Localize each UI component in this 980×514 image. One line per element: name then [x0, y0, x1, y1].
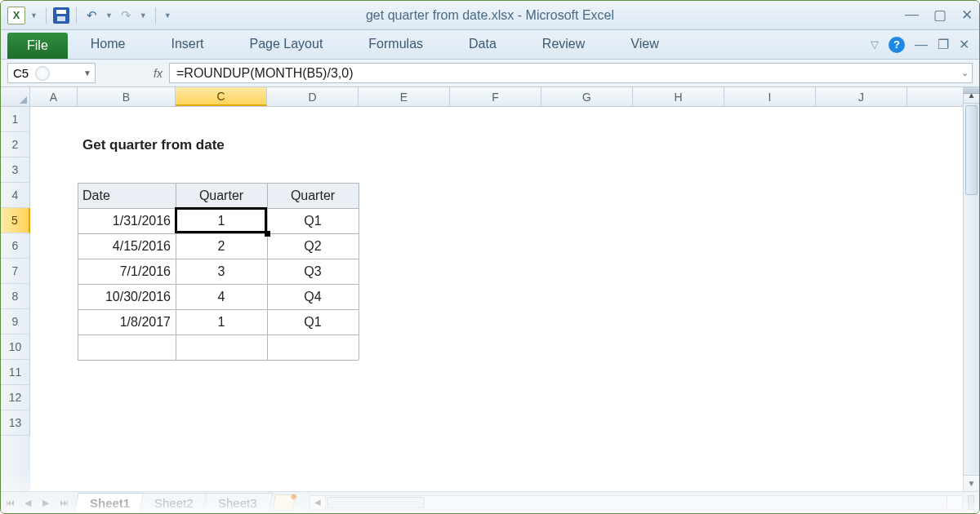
- column-header-D[interactable]: D: [267, 87, 359, 106]
- tab-insert[interactable]: Insert: [148, 30, 226, 59]
- column-header-H[interactable]: H: [633, 87, 724, 106]
- ribbon-minimize-icon[interactable]: ▽: [871, 38, 879, 51]
- sheet-tab-sheet2[interactable]: Sheet2: [139, 493, 210, 513]
- row-headers: 12345678910111213: [1, 107, 30, 491]
- table-header-quarter[interactable]: Quarter: [267, 183, 359, 208]
- row-header-9[interactable]: 9: [1, 309, 30, 335]
- worksheet-title[interactable]: Get quarter from date: [78, 132, 404, 157]
- file-tab[interactable]: File: [7, 33, 68, 59]
- column-headers: ABCDEFGHIJ: [1, 87, 979, 107]
- sheet-tab-bar: ⏮ ◀ ▶ ⏭ Sheet1Sheet2Sheet3 ◀ ▶: [1, 491, 979, 513]
- cell-quarter-text-5[interactable]: Q1: [267, 208, 359, 233]
- fx-icon[interactable]: fx: [154, 67, 163, 80]
- column-header-J[interactable]: J: [816, 87, 907, 106]
- column-header-E[interactable]: E: [359, 87, 450, 106]
- tab-nav-first-icon[interactable]: ⏮: [1, 494, 19, 512]
- cell-quarter-text-9[interactable]: Q1: [267, 309, 359, 335]
- row-header-2[interactable]: 2: [1, 132, 30, 157]
- workbook-restore-icon[interactable]: ❐: [938, 37, 949, 52]
- cell-date-9[interactable]: 1/8/2017: [78, 309, 176, 335]
- table-header-quarter[interactable]: Quarter: [176, 183, 267, 208]
- tab-nav-next-icon[interactable]: ▶: [37, 494, 55, 512]
- redo-icon[interactable]: ↷: [118, 8, 135, 23]
- tab-nav-last-icon[interactable]: ⏭: [55, 494, 73, 512]
- cell-quarter-text-6[interactable]: Q2: [267, 233, 359, 259]
- cell-quarter-8[interactable]: 4: [176, 284, 267, 309]
- sheet-tab-label: Sheet2: [154, 496, 194, 510]
- name-box-dropdown-icon[interactable]: ▼: [83, 69, 91, 78]
- cell-quarter-6[interactable]: 2: [176, 233, 267, 259]
- column-header-A[interactable]: A: [30, 87, 78, 106]
- undo-dropdown-icon[interactable]: ▼: [104, 11, 114, 20]
- row-header-13[interactable]: 13: [1, 410, 30, 436]
- qat-customize-icon[interactable]: ▼: [163, 11, 173, 20]
- vertical-scrollbar[interactable]: ▲ ▼: [963, 107, 979, 491]
- name-box-button[interactable]: [35, 66, 50, 81]
- minimize-icon[interactable]: ―: [905, 7, 919, 24]
- column-header-F[interactable]: F: [450, 87, 541, 106]
- quick-access-toolbar: X ▼ ↶▼ ↷▼ ▼: [7, 7, 173, 24]
- spreadsheet-grid: ABCDEFGHIJ 12345678910111213 Get quarter…: [1, 87, 979, 491]
- cell-quarter-5[interactable]: 1: [176, 208, 267, 233]
- cell-date-7[interactable]: 7/1/2016: [78, 259, 176, 284]
- new-sheet-icon[interactable]: [272, 494, 296, 511]
- column-header-B[interactable]: B: [78, 87, 176, 106]
- tab-page-layout[interactable]: Page Layout: [226, 30, 345, 59]
- scroll-right-icon[interactable]: ▶: [951, 498, 958, 507]
- cell-date-5[interactable]: 1/31/2016: [78, 208, 176, 233]
- row-header-6[interactable]: 6: [1, 233, 30, 259]
- column-header-G[interactable]: G: [541, 87, 633, 106]
- redo-dropdown-icon[interactable]: ▼: [138, 11, 149, 20]
- cell-quarter-7[interactable]: 3: [176, 259, 267, 284]
- hscroll-thumb[interactable]: [327, 497, 425, 508]
- row-header-3[interactable]: 3: [1, 157, 30, 183]
- cell-quarter-text-7[interactable]: Q3: [267, 259, 359, 284]
- name-box[interactable]: C5 ▼: [7, 63, 96, 83]
- tab-nav-prev-icon[interactable]: ◀: [19, 494, 37, 512]
- scroll-thumb[interactable]: [965, 107, 978, 195]
- cell-date-6[interactable]: 4/15/2016: [78, 233, 176, 259]
- name-box-value: C5: [13, 66, 29, 80]
- sheet-tab-sheet1[interactable]: Sheet1: [74, 493, 146, 513]
- scroll-down-icon[interactable]: ▼: [964, 475, 979, 491]
- help-icon[interactable]: ?: [889, 37, 905, 53]
- tab-data[interactable]: Data: [446, 30, 519, 59]
- maximize-icon[interactable]: ▢: [933, 7, 947, 24]
- workbook-close-icon[interactable]: ✕: [959, 37, 969, 52]
- cell-quarter-text-8[interactable]: Q4: [267, 284, 359, 309]
- column-header-I[interactable]: I: [724, 87, 816, 106]
- tab-view[interactable]: View: [608, 30, 681, 59]
- row-header-8[interactable]: 8: [1, 284, 30, 309]
- table-header-date[interactable]: Date: [78, 183, 176, 208]
- row-header-10[interactable]: 10: [1, 335, 30, 360]
- window-controls: ― ▢ ✕: [905, 7, 973, 24]
- qat-dropdown-icon[interactable]: ▼: [29, 11, 39, 20]
- horizontal-scrollbar[interactable]: ◀ ▶: [310, 495, 963, 510]
- close-icon[interactable]: ✕: [961, 7, 973, 24]
- row-header-4[interactable]: 4: [1, 183, 30, 208]
- row-header-11[interactable]: 11: [1, 360, 30, 385]
- formula-expand-icon[interactable]: ⌄: [961, 68, 969, 78]
- row-header-12[interactable]: 12: [1, 385, 30, 410]
- sheet-tabs: Sheet1Sheet2Sheet3: [76, 492, 267, 513]
- row-header-5[interactable]: 5: [1, 208, 30, 233]
- cell-quarter-9[interactable]: 1: [176, 309, 267, 335]
- hsplit-handle-icon[interactable]: [968, 495, 974, 510]
- row-header-1[interactable]: 1: [1, 107, 30, 132]
- tab-formulas[interactable]: Formulas: [345, 30, 446, 59]
- tab-home[interactable]: Home: [68, 30, 149, 59]
- undo-icon[interactable]: ↶: [83, 8, 100, 23]
- select-all-corner[interactable]: [1, 87, 30, 106]
- tab-review[interactable]: Review: [519, 30, 608, 59]
- cell-date-8[interactable]: 10/30/2016: [78, 284, 176, 309]
- sheet-tab-label: Sheet3: [218, 496, 257, 510]
- cells-area[interactable]: Get quarter from dateDateQuarterQuarter1…: [30, 107, 979, 491]
- sheet-tab-sheet3[interactable]: Sheet3: [202, 493, 273, 513]
- fill-handle[interactable]: [265, 231, 270, 237]
- column-header-C[interactable]: C: [176, 87, 267, 106]
- save-icon[interactable]: [53, 7, 69, 24]
- row-header-7[interactable]: 7: [1, 259, 30, 284]
- workbook-minimize-icon[interactable]: ―: [915, 38, 928, 52]
- formula-input[interactable]: =ROUNDUP(MONTH(B5)/3,0) ⌄: [169, 63, 973, 83]
- scroll-left-icon[interactable]: ◀: [314, 498, 321, 507]
